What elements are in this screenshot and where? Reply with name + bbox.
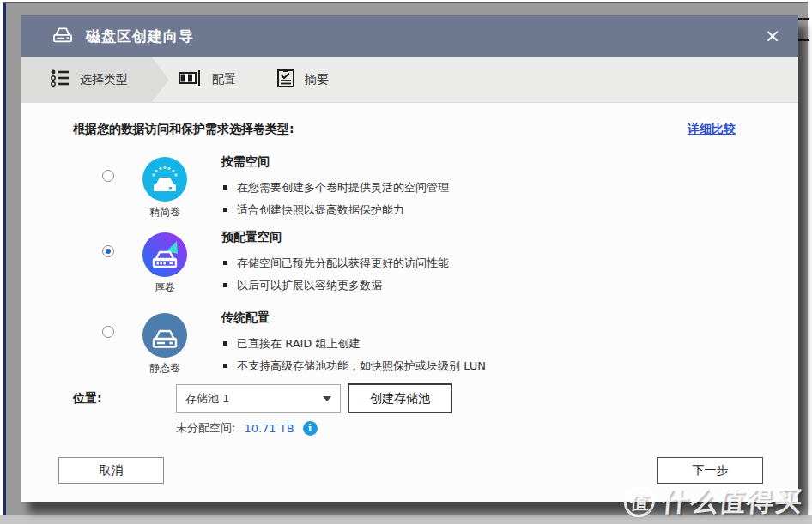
unallocated-space-row: 未分配空间: 10.71 TB i — [176, 420, 318, 436]
unallocated-space-label: 未分配空间: — [176, 420, 235, 436]
option-title: 传统配置 — [221, 310, 486, 326]
step-summary[interactable]: 摘要 — [276, 57, 329, 103]
next-button[interactable]: 下一步 — [657, 457, 763, 484]
window-frame-left — [3, 3, 6, 519]
option-bullet: 不支持高级存储池功能，如快照保护或块级别 LUN — [221, 355, 486, 377]
background-page-line — [797, 39, 809, 41]
option-bullet: 在您需要创建多个卷时提供灵活的空间管理 — [221, 177, 449, 199]
step-label: 配置 — [212, 72, 236, 87]
window-frame-top — [3, 2, 808, 3]
option-title: 按需空间 — [221, 154, 449, 170]
unallocated-space-value: 10.71 TB — [244, 422, 294, 435]
option-title: 预配置空间 — [221, 230, 449, 245]
thin-volume-icon-stack: 精简卷 — [142, 153, 187, 220]
storage-pool-select[interactable]: 存储池 1 — [176, 384, 341, 413]
thick-volume-icon — [142, 232, 187, 277]
option-text-block: 按需空间 在您需要创建多个卷时提供灵活的空间管理 适合创建快照以提高数据保护能力 — [221, 154, 449, 221]
static-volume-icon-stack: 静态卷 — [142, 309, 187, 376]
radio-thick-volume[interactable] — [102, 245, 114, 257]
screenshot-stage: 磁盘区创建向导 × 选择类型 — [0, 0, 812, 524]
static-volume-icon — [142, 313, 187, 358]
close-icon[interactable]: × — [762, 26, 783, 46]
radio-thin-volume[interactable] — [102, 170, 114, 182]
disk-drive-icon — [50, 23, 76, 49]
watermark-text: 什么值得买 — [661, 484, 805, 520]
wizard-step-bar: 选择类型 配置 — [21, 57, 798, 103]
option-text-block: 传统配置 已直接在 RAID 组上创建 不支持高级存储池功能，如快照保护或块级别… — [221, 310, 486, 377]
summary-checklist-icon — [276, 68, 295, 92]
thick-volume-icon-stack: 厚卷 — [142, 228, 187, 295]
step-configure[interactable]: 配置 — [179, 57, 236, 103]
volume-creation-wizard-dialog: 磁盘区创建向导 × 选择类型 — [21, 15, 798, 502]
cancel-button[interactable]: 取消 — [58, 457, 164, 484]
chevron-down-icon — [323, 396, 331, 401]
step-select-type[interactable]: 选择类型 — [50, 57, 128, 103]
dialog-header: 磁盘区创建向导 × — [21, 15, 798, 57]
volume-type-name: 静态卷 — [142, 361, 187, 376]
background-page-line — [797, 18, 809, 20]
volume-type-name: 精简卷 — [142, 205, 187, 220]
volume-option-thick[interactable]: 厚卷 预配置空间 存储空间已预先分配以获得更好的访问性能 以后可以扩展以容纳更多… — [98, 228, 750, 310]
option-text-block: 预配置空间 存储空间已预先分配以获得更好的访问性能 以后可以扩展以容纳更多数据 — [221, 230, 449, 297]
list-icon — [50, 68, 70, 92]
instruction-text: 根据您的数据访问和保护需求选择卷类型: — [73, 122, 294, 137]
option-bullet: 以后可以扩展以容纳更多数据 — [221, 274, 449, 297]
step-label: 选择类型 — [80, 72, 128, 87]
thin-volume-icon — [142, 157, 187, 202]
storage-pool-select-value: 存储池 1 — [185, 391, 323, 407]
watermark-logo-icon: 值 — [623, 486, 657, 517]
location-label: 位置: — [73, 391, 102, 407]
raid-segments-icon — [179, 69, 203, 91]
option-bullet: 已直接在 RAID 组上创建 — [221, 333, 486, 355]
radio-static-volume[interactable] — [102, 326, 114, 338]
site-watermark: 值 什么值得买 — [624, 484, 803, 520]
volume-option-thin[interactable]: 精简卷 按需空间 在您需要创建多个卷时提供灵活的空间管理 适合创建快照以提高数据… — [98, 153, 750, 235]
option-bullet: 适合创建快照以提高数据保护能力 — [221, 199, 449, 221]
info-icon[interactable]: i — [303, 421, 318, 436]
create-storage-pool-button[interactable]: 创建存储池 — [348, 383, 452, 413]
volume-type-name: 厚卷 — [142, 280, 187, 295]
volume-option-static[interactable]: 静态卷 传统配置 已直接在 RAID 组上创建 不支持高级存储池功能，如快照保护… — [98, 309, 750, 391]
step-label: 摘要 — [305, 72, 329, 87]
dialog-title: 磁盘区创建向导 — [86, 27, 194, 46]
detailed-comparison-link[interactable]: 详细比较 — [688, 122, 736, 137]
option-bullet: 存储空间已预先分配以获得更好的访问性能 — [221, 252, 449, 274]
